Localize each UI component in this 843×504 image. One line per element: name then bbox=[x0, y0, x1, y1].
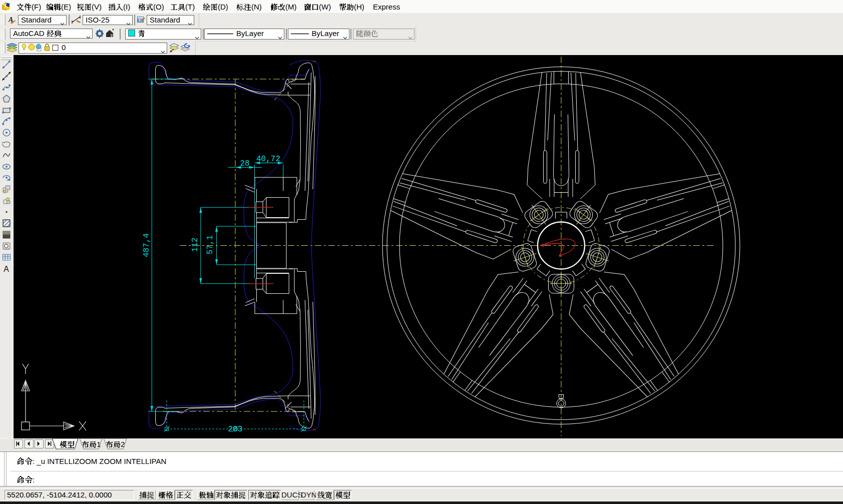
svg-text:112: 112 bbox=[191, 238, 200, 252]
svg-text:28: 28 bbox=[240, 159, 249, 168]
svg-text:57,1: 57,1 bbox=[206, 235, 215, 254]
svg-text:487,4: 487,4 bbox=[142, 233, 151, 257]
svg-text:203: 203 bbox=[228, 425, 243, 434]
svg-text:A: A bbox=[4, 265, 9, 273]
svg-text:40,72: 40,72 bbox=[256, 155, 280, 164]
